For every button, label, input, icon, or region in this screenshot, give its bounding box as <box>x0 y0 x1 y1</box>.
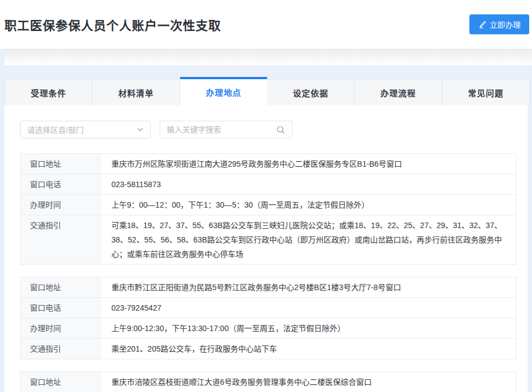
row-value: 可乘18、19、27、37、55、63B路公交车到三峡妇儿医院公交站；或乘18、… <box>100 215 516 264</box>
district-select-placeholder: 请选择区县/部门 <box>27 124 84 135</box>
table-row: 办理时间 上午9：00—12：00，下午1：30—5：30（周一至周五，法定节假… <box>21 195 516 215</box>
search-input[interactable] <box>167 125 276 134</box>
content-panel: 请选择区县/部门 窗口地址 重庆市万州区陈家坝街道江南大道295号政务服务中心二… <box>4 105 528 392</box>
row-label: 窗口地址 <box>21 154 100 174</box>
chevron-down-icon <box>137 126 144 133</box>
apply-now-label: 立即办理 <box>490 19 521 30</box>
location-card-qianjiang: 窗口地址 重庆市黔江区正阳街道为民路5号黔江区政务服务中心2号楼B区1楼3号大厅… <box>20 277 516 359</box>
row-label: 办理时间 <box>21 318 100 338</box>
filter-controls: 请选择区县/部门 <box>20 121 516 138</box>
tab-service-locations[interactable]: 办理地点 <box>180 77 267 105</box>
tab-bar: 受理条件 材料清单 办理地点 设定依据 办理流程 常见问题 <box>4 77 530 105</box>
row-value: 乘坐201、205路公交车，在行政服务中心站下车 <box>100 339 516 359</box>
apply-now-button[interactable]: 立即办理 <box>469 14 529 34</box>
table-row: 窗口电话 023-79245427 <box>21 298 516 318</box>
row-label: 交通指引 <box>21 215 100 264</box>
header-shadow-band <box>4 49 532 65</box>
row-value: 重庆市涪陵区荔枝街道顺江大道6号政务服务管理事务中心二楼医保综合窗口 <box>100 372 516 392</box>
table-row: 交通指引 乘坐201、205路公交车，在行政服务中心站下车 <box>21 339 516 359</box>
row-label: 窗口地址 <box>21 277 100 297</box>
tab-legal-basis[interactable]: 设定依据 <box>267 79 355 105</box>
page-title: 职工医保参保人员个人账户一次性支取 <box>4 16 221 33</box>
edit-pencil-icon <box>478 20 487 29</box>
table-row: 窗口电话 023-58115873 <box>21 174 516 195</box>
row-value: 上午9:00-12:30，下午13:30-17:00（周一至周五，法定节假日除外… <box>100 318 516 338</box>
page-header: 职工医保参保人员个人账户一次性支取 立即办理 <box>0 0 532 49</box>
row-value: 023-58115873 <box>100 174 516 194</box>
row-label: 办理时间 <box>21 195 100 215</box>
row-value: 重庆市万州区陈家坝街道江南大道295号政务服务中心二楼医保服务专区B1-B6号窗… <box>100 154 516 174</box>
table-row: 窗口地址 重庆市万州区陈家坝街道江南大道295号政务服务中心二楼医保服务专区B1… <box>21 154 516 174</box>
row-value: 上午9：00—12：00，下午1：30—5：30（周一至周五，法定节假日除外） <box>100 195 516 215</box>
search-icon <box>276 125 285 135</box>
row-label: 交通指引 <box>21 339 100 359</box>
location-card-wanzhou: 窗口地址 重庆市万州区陈家坝街道江南大道295号政务服务中心二楼医保服务专区B1… <box>20 153 516 265</box>
row-label: 窗口地址 <box>21 372 100 392</box>
tab-materials-list[interactable]: 材料清单 <box>93 79 180 105</box>
district-select[interactable]: 请选择区县/部门 <box>20 121 151 138</box>
table-row: 窗口地址 重庆市黔江区正阳街道为民路5号黔江区政务服务中心2号楼B区1楼3号大厅… <box>21 277 516 298</box>
tab-faq[interactable]: 常见问题 <box>442 79 530 105</box>
row-label: 窗口电话 <box>21 174 100 194</box>
row-value: 023-79245427 <box>100 298 516 318</box>
tab-acceptance-conditions[interactable]: 受理条件 <box>4 79 93 105</box>
keyword-search-box[interactable] <box>160 121 293 138</box>
table-row: 交通指引 可乘18、19、27、37、55、63B路公交车到三峡妇儿医院公交站；… <box>21 215 516 264</box>
table-row: 办理时间 上午9:00-12:30，下午13:30-17:00（周一至周五，法定… <box>21 318 516 339</box>
row-value: 重庆市黔江区正阳街道为民路5号黔江区政务服务中心2号楼B区1楼3号大厅7-8号窗… <box>100 277 516 297</box>
table-row: 窗口地址 重庆市涪陵区荔枝街道顺江大道6号政务服务管理事务中心二楼医保综合窗口 <box>21 372 516 392</box>
location-card-fuling: 窗口地址 重庆市涪陵区荔枝街道顺江大道6号政务服务管理事务中心二楼医保综合窗口 <box>20 372 516 392</box>
tab-process-flow[interactable]: 办理流程 <box>355 79 442 105</box>
row-label: 窗口电话 <box>21 298 100 318</box>
